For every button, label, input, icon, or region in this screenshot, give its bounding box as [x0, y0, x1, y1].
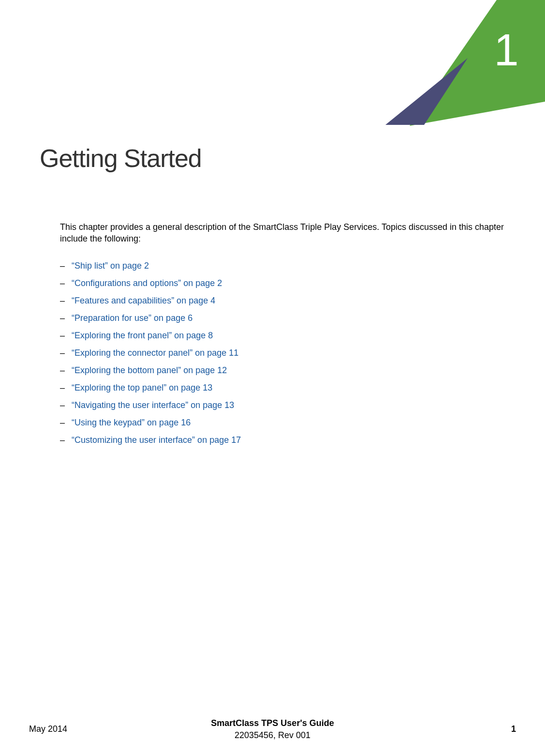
- toc-item: – “Ship list” on page 2: [60, 259, 507, 272]
- bullet-dash: –: [60, 312, 65, 325]
- bullet-dash: –: [60, 277, 65, 290]
- chapter-title: Getting Started: [40, 144, 202, 173]
- footer-date: May 2014: [29, 724, 169, 734]
- chapter-badge-icon: 1: [327, 0, 545, 126]
- toc-link[interactable]: “Ship list” on page 2: [72, 259, 149, 272]
- toc-link[interactable]: “Configurations and options” on page 2: [72, 277, 222, 290]
- bullet-dash: –: [60, 381, 65, 394]
- bullet-dash: –: [60, 329, 65, 342]
- toc-item: – “Configurations and options” on page 2: [60, 277, 507, 290]
- toc-item: – “Preparation for use” on page 6: [60, 312, 507, 325]
- toc-item: – “Navigating the user interface” on pag…: [60, 399, 507, 412]
- toc-item: – “Exploring the connector panel” on pag…: [60, 347, 507, 360]
- toc-item: – “Exploring the bottom panel” on page 1…: [60, 364, 507, 377]
- toc-item: – “Customizing the user interface” on pa…: [60, 434, 507, 447]
- toc-item: – “Using the keypad” on page 16: [60, 416, 507, 429]
- footer-guide-title: SmartClass TPS User's Guide: [169, 717, 376, 729]
- bullet-dash: –: [60, 294, 65, 307]
- toc-item: – “Features and capabilities” on page 4: [60, 294, 507, 307]
- toc-link[interactable]: “Features and capabilities” on page 4: [72, 294, 215, 307]
- bullet-dash: –: [60, 434, 65, 447]
- toc-list: – “Ship list” on page 2 – “Configuration…: [60, 259, 507, 447]
- intro-paragraph: This chapter provides a general descript…: [60, 221, 507, 245]
- page-footer: May 2014 SmartClass TPS User's Guide 220…: [0, 717, 545, 741]
- toc-item: – “Exploring the front panel” on page 8: [60, 329, 507, 342]
- content-area: This chapter provides a general descript…: [60, 221, 507, 451]
- footer-page-number: 1: [376, 724, 516, 734]
- bullet-dash: –: [60, 364, 65, 377]
- toc-link[interactable]: “Customizing the user interface” on page…: [72, 434, 241, 447]
- bullet-dash: –: [60, 259, 65, 272]
- toc-link[interactable]: “Exploring the top panel” on page 13: [72, 381, 212, 394]
- toc-item: – “Exploring the top panel” on page 13: [60, 381, 507, 394]
- toc-link[interactable]: “Navigating the user interface” on page …: [72, 399, 234, 412]
- toc-link[interactable]: “Exploring the bottom panel” on page 12: [72, 364, 227, 377]
- toc-link[interactable]: “Using the keypad” on page 16: [72, 416, 191, 429]
- bullet-dash: –: [60, 416, 65, 429]
- toc-link[interactable]: “Exploring the front panel” on page 8: [72, 329, 213, 342]
- footer-doc-rev: 22035456, Rev 001: [169, 729, 376, 741]
- toc-link[interactable]: “Exploring the connector panel” on page …: [72, 347, 238, 360]
- bullet-dash: –: [60, 347, 65, 360]
- toc-link[interactable]: “Preparation for use” on page 6: [72, 312, 192, 325]
- chapter-number: 1: [494, 25, 518, 75]
- bullet-dash: –: [60, 399, 65, 412]
